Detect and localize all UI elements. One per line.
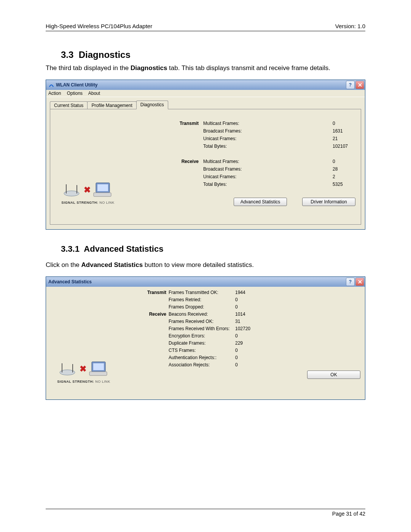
cts-frames-value: 0 <box>235 348 262 353</box>
doc-header: High-Speed Wireless PC/104Plus Adapter V… <box>46 23 365 31</box>
tx-unicast-value: 21 <box>333 136 355 141</box>
window-title: Advanced Statistics <box>48 279 346 284</box>
rx-err-label: Frames Received With Errors: <box>169 326 235 331</box>
router-icon <box>63 182 82 198</box>
laptop-icon <box>92 181 113 199</box>
doc-header-left: High-Speed Wireless PC/104Plus Adapter <box>46 23 152 29</box>
rx-beacons-value: 1014 <box>235 312 262 317</box>
subsection-heading: 3.3.1 Advanced Statistics <box>61 244 365 254</box>
tx-unicast-label: Unicast Frames: <box>203 136 331 141</box>
assoc-rejects-label: Association Rejects: <box>169 362 235 367</box>
menu-action[interactable]: Action <box>48 91 61 96</box>
tx-dropped-label: Frames Dropped: <box>169 304 235 310</box>
tx-dropped-value: 0 <box>235 304 262 310</box>
tx-multicast-label: Multicast Frames: <box>203 121 331 126</box>
svg-rect-11 <box>89 372 107 375</box>
laptop-icon <box>88 360 108 378</box>
svg-rect-4 <box>97 184 108 191</box>
rx-multicast-value: 0 <box>333 159 355 164</box>
transmit-header: Transmit <box>146 290 169 295</box>
app-icon <box>48 82 54 88</box>
signal-strength-value: NO LINK <box>95 380 110 383</box>
cts-frames-label: CTS Frames: <box>169 348 235 353</box>
paragraph-1: The third tab displayed in the Diagnosti… <box>46 64 365 73</box>
help-button[interactable]: ? <box>346 81 355 89</box>
router-icon <box>59 361 78 377</box>
rx-unicast-label: Unicast Frames: <box>203 174 331 179</box>
tab-current-status[interactable]: Current Status <box>50 101 88 109</box>
page-number: Page 31 of 42 <box>332 511 365 517</box>
tx-totalbytes-value: 102107 <box>333 144 355 149</box>
dup-frames-label: Duplicate Frames: <box>169 340 235 346</box>
stats-grid: Transmit Multicast Frames: 0 Broadcast F… <box>56 121 355 187</box>
tx-ok-value: 1944 <box>235 290 262 295</box>
rx-totalbytes-label: Total Bytes: <box>203 182 331 187</box>
disconnect-x-icon: ✖ <box>80 364 86 374</box>
menu-about[interactable]: About <box>88 91 100 96</box>
dup-frames-value: 229 <box>235 340 262 346</box>
window-title: WLAN Client Utility <box>56 82 346 88</box>
wlan-client-utility-window: WLAN Client Utility ? Action Options Abo… <box>46 80 365 230</box>
rx-ok-label: Frames Received OK: <box>169 319 235 324</box>
advanced-statistics-button[interactable]: Advanced Statistics <box>234 198 287 206</box>
signal-strength-value: NO LINK <box>99 201 115 204</box>
doc-footer: Page 31 of 42 <box>46 509 365 517</box>
ok-button[interactable]: OK <box>307 371 360 379</box>
close-button[interactable] <box>355 81 364 89</box>
signal-strength-label: SIGNAL STRENGTH: <box>61 201 98 204</box>
close-button[interactable] <box>355 278 364 286</box>
tx-ok-label: Frames Transmitted OK: <box>169 290 235 295</box>
receive-header: Receive <box>156 159 202 164</box>
rx-err-value: 102720 <box>235 326 262 331</box>
tabs: Current Status Profile Management Diagno… <box>50 101 361 109</box>
rx-broadcast-value: 28 <box>333 166 355 172</box>
tx-broadcast-label: Broadcast Frames: <box>203 128 331 134</box>
menu-options[interactable]: Options <box>67 91 83 96</box>
section-heading: 3.3 Diagnostics <box>61 50 365 60</box>
tx-broadcast-value: 1631 <box>333 128 355 134</box>
rx-totalbytes-value: 5325 <box>333 182 355 187</box>
tx-retried-value: 0 <box>235 297 262 302</box>
advanced-stats-grid: Transmit Frames Transmitted OK: 1944 Fra… <box>51 290 360 367</box>
rx-ok-value: 31 <box>235 319 262 324</box>
advanced-statistics-window: Advanced Statistics ? Transmit Frames Tr… <box>46 276 365 400</box>
rx-multicast-label: Multicast Frames: <box>203 159 331 164</box>
tx-multicast-value: 0 <box>333 121 355 126</box>
tx-totalbytes-label: Total Bytes: <box>203 144 331 149</box>
rx-beacons-label: Beacons Received: <box>169 312 235 317</box>
svg-rect-10 <box>93 363 104 370</box>
driver-information-button[interactable]: Driver Information <box>302 198 355 206</box>
rx-unicast-value: 2 <box>333 174 355 179</box>
tx-retried-label: Frames Retried: <box>169 297 235 302</box>
help-button[interactable]: ? <box>346 278 355 286</box>
assoc-rejects-value: 0 <box>235 362 262 367</box>
signal-strength-graphic: ✖ SIGNAL STRENGTH: NO LINK <box>56 181 120 204</box>
titlebar[interactable]: Advanced Statistics ? <box>46 277 365 287</box>
auth-rejects-label: Authentication Rejects:: <box>169 355 235 360</box>
diagnostics-panel: Transmit Multicast Frames: 0 Broadcast F… <box>50 109 361 225</box>
paragraph-2: Click on the Advanced Statistics button … <box>46 261 365 270</box>
transmit-header: Transmit <box>156 121 202 126</box>
signal-strength-graphic: ✖ SIGNAL STRENGTH: NO LINK <box>51 360 116 383</box>
receive-header: Receive <box>146 312 169 317</box>
auth-rejects-value: 0 <box>235 355 262 360</box>
tab-diagnostics[interactable]: Diagnostics <box>136 101 168 109</box>
tab-profile-management[interactable]: Profile Management <box>87 101 136 109</box>
rx-broadcast-label: Broadcast Frames: <box>203 166 331 172</box>
titlebar[interactable]: WLAN Client Utility ? <box>46 80 365 90</box>
enc-err-label: Encryption Errors: <box>169 333 235 339</box>
disconnect-x-icon: ✖ <box>84 185 91 195</box>
enc-err-value: 0 <box>235 333 262 339</box>
doc-header-right: Version: 1.0 <box>335 23 365 29</box>
svg-rect-5 <box>94 193 111 197</box>
menubar: Action Options About <box>46 90 365 97</box>
signal-strength-label: SIGNAL STRENGTH: <box>57 380 94 383</box>
